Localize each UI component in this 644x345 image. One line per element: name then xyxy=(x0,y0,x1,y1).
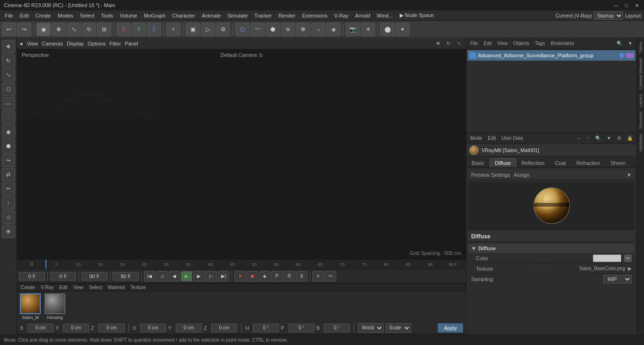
texture-arrow-btn[interactable]: ▶ xyxy=(628,266,632,271)
render-view-btn[interactable]: ▷ xyxy=(201,23,215,36)
vp-menu-view[interactable]: View xyxy=(27,41,38,46)
prev-key-btn[interactable]: ◁ xyxy=(156,271,168,281)
vp-menu-display[interactable]: Display xyxy=(67,41,84,46)
lt-knife[interactable]: ✂ xyxy=(2,182,15,195)
menu-character[interactable]: Character xyxy=(170,12,198,19)
scale-btn[interactable]: ⤡ xyxy=(67,23,81,36)
to-end-btn[interactable]: ▶| xyxy=(218,271,229,281)
lt-extrude[interactable]: ↑ xyxy=(2,196,15,209)
rs-tab-attributes[interactable]: Attributes xyxy=(637,132,644,154)
layer-btn[interactable]: ≡ xyxy=(313,271,324,281)
undo-btn[interactable]: ↩ xyxy=(2,23,16,36)
material-item-housing[interactable]: Housing xyxy=(45,293,65,320)
close-btn[interactable]: ✕ xyxy=(634,2,640,9)
move-btn[interactable]: ✥ xyxy=(52,23,66,36)
attr-mode-btn[interactable]: Mode xyxy=(468,135,484,142)
vp-menu-cameras[interactable]: Cameras xyxy=(42,41,63,46)
rs-tab-layers[interactable]: Layers xyxy=(637,92,644,109)
menu-edit[interactable]: Edit xyxy=(17,12,32,19)
paint-btn[interactable]: ⬤ xyxy=(380,23,394,36)
keyframe-pos-btn[interactable]: P xyxy=(271,271,283,281)
current-frame-input[interactable] xyxy=(19,272,45,281)
attr-up-icon[interactable]: ↑ xyxy=(585,135,591,142)
preview-collapse-btn[interactable]: ▼ xyxy=(626,172,632,178)
keyframe-scl-btn[interactable]: S xyxy=(296,271,307,281)
render-region-btn[interactable]: ▣ xyxy=(186,23,200,36)
auto-key-btn[interactable]: ⏺ xyxy=(247,271,258,281)
vp-menu-filter[interactable]: Filter xyxy=(109,41,121,46)
apply-button[interactable]: Apply xyxy=(438,323,463,333)
diffuse-header[interactable]: ▼ Diffuse xyxy=(468,244,635,253)
menu-modes[interactable]: Modes xyxy=(55,12,76,19)
add-object-btn[interactable]: + xyxy=(166,23,180,36)
obj-objects-btn[interactable]: Objects xyxy=(511,40,531,47)
keyframe-sel-btn[interactable]: ◈ xyxy=(259,271,270,281)
menu-tracker[interactable]: Tracker xyxy=(251,12,275,19)
obj-row-aircraft[interactable]: Advanced_Airborne_Surveillance_Platform_… xyxy=(467,50,635,61)
scale-dropdown[interactable]: Scale xyxy=(385,323,411,333)
mat-create-btn[interactable]: Create xyxy=(19,284,37,291)
mat-vray-btn[interactable]: V-Ray xyxy=(39,284,55,291)
menu-render[interactable]: Render xyxy=(276,12,298,19)
rs-tab-structure[interactable]: Structure xyxy=(637,110,644,131)
p-input[interactable] xyxy=(288,324,314,332)
attr-tab-refraction[interactable]: Refraction xyxy=(571,158,605,167)
camera-btn[interactable]: 📷 xyxy=(346,23,360,36)
rotate-btn[interactable]: ↻ xyxy=(82,23,96,36)
attr-filter-icon[interactable]: ▼ xyxy=(605,135,613,142)
end-frame-input[interactable] xyxy=(81,272,107,281)
transform-btn[interactable]: ⊞ xyxy=(97,23,111,36)
menu-tools[interactable]: Tools xyxy=(98,12,116,19)
attr-settings-icon[interactable]: ⚙ xyxy=(615,135,623,142)
attr-tab-reflection[interactable]: Reflection xyxy=(516,158,550,167)
minimize-btn[interactable]: — xyxy=(613,2,619,9)
deform-btn[interactable]: ≋ xyxy=(281,23,295,36)
material-item-salon[interactable]: Salon_M xyxy=(20,293,41,320)
obj-bookmarks-btn[interactable]: Bookmarks xyxy=(549,40,576,47)
menu-simulate[interactable]: Simulate xyxy=(224,12,250,19)
pos-x-input[interactable] xyxy=(27,324,54,332)
menu-select[interactable]: Select xyxy=(77,12,98,19)
mat-view-btn[interactable]: View xyxy=(71,284,85,291)
lt-point[interactable]: · xyxy=(2,111,15,124)
next-key-btn[interactable]: ▷ xyxy=(206,271,217,281)
obj-search-icon[interactable]: 🔍 xyxy=(615,40,624,47)
lt-poly[interactable]: ⬡ xyxy=(2,82,15,96)
attr-edit-btn[interactable]: Edit xyxy=(486,135,498,142)
y-axis-btn[interactable]: Y xyxy=(132,23,146,36)
lt-bevel[interactable]: ◇ xyxy=(2,210,15,224)
menu-extensions[interactable]: Extensions xyxy=(299,12,331,19)
attr-lock-icon[interactable]: 🔒 xyxy=(625,135,635,142)
attr-tab-basic[interactable]: Basic xyxy=(466,158,490,167)
render-settings-btn[interactable]: ⚙ xyxy=(216,23,230,36)
attr-search-icon[interactable]: 🔍 xyxy=(593,135,603,142)
next-frame-btn[interactable]: ▶ xyxy=(193,271,205,281)
field-btn[interactable]: ⬦ xyxy=(311,23,325,36)
attr-tab-sheen[interactable]: Sheen xyxy=(605,158,631,167)
mat-material-btn[interactable]: Material xyxy=(106,284,127,291)
assign-link[interactable]: Assign xyxy=(514,172,529,178)
lt-connect[interactable]: ⊕ xyxy=(2,225,15,238)
lt-scale[interactable]: ⤡ xyxy=(2,68,15,82)
start-frame-input[interactable] xyxy=(50,272,76,281)
sculpt-btn[interactable]: ✦ xyxy=(395,23,410,36)
mat-texture-btn[interactable]: Texture xyxy=(128,284,148,291)
lt-rotate[interactable]: ↻ xyxy=(2,54,15,67)
color-edit-btn[interactable]: ✏ xyxy=(624,254,632,262)
pos-z-input[interactable] xyxy=(98,324,125,332)
menu-vray[interactable]: V-Ray xyxy=(331,12,351,19)
obj-edit-btn[interactable]: Edit xyxy=(482,40,493,47)
lt-material[interactable]: ◉ xyxy=(2,125,15,138)
play-btn[interactable]: ▶ xyxy=(181,271,192,281)
lt-mirror[interactable]: ⇄ xyxy=(2,168,15,181)
menu-create[interactable]: Create xyxy=(33,12,54,19)
b-input[interactable] xyxy=(324,324,350,332)
end-frame-input2[interactable] xyxy=(113,272,139,281)
effector-btn[interactable]: ◈ xyxy=(326,23,340,36)
motion-btn[interactable]: 〜 xyxy=(325,271,336,281)
obj-filter-icon[interactable]: ▼ xyxy=(626,40,635,47)
h-input[interactable] xyxy=(253,324,279,332)
keyframe-rot-btn[interactable]: R xyxy=(284,271,295,281)
menu-animate[interactable]: Animate xyxy=(199,12,224,19)
prev-frame-btn[interactable]: ◀ xyxy=(169,271,180,281)
